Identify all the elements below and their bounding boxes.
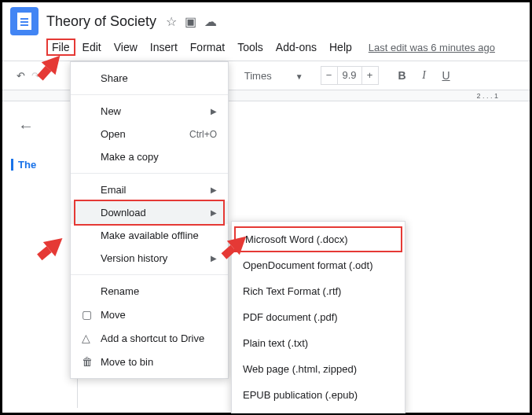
download-rtf[interactable]: Rich Text Format (.rtf) (232, 278, 405, 304)
menu-add-shortcut[interactable]: △Add a shortcut to Drive (71, 326, 228, 350)
outline-back-icon[interactable]: ← (18, 117, 69, 135)
menu-addons[interactable]: Add-ons (270, 39, 322, 56)
menu-help[interactable]: Help (324, 39, 358, 56)
document-title[interactable]: Theory of Society (46, 13, 156, 30)
google-docs-app: Theory of Society ☆ ▣ ☁ File Edit View I… (2, 2, 530, 413)
download-submenu: Microsoft Word (.docx) OpenDocument form… (231, 221, 405, 413)
menu-download[interactable]: Download▶ (71, 201, 228, 224)
menu-view[interactable]: View (108, 39, 143, 56)
title-area: Theory of Society ☆ ▣ ☁ (46, 13, 522, 30)
drive-shortcut-icon: △ (82, 332, 101, 344)
download-epub[interactable]: EPUB publication (.epub) (232, 382, 405, 408)
chevron-right-icon: ▶ (211, 254, 217, 263)
download-odt[interactable]: OpenDocument format (.odt) (232, 252, 405, 278)
separator (71, 94, 228, 95)
chevron-right-icon: ▶ (211, 107, 217, 116)
ruler-marks: 2 . . . 1 (476, 92, 498, 100)
menu-make-copy[interactable]: Make a copy (71, 145, 228, 168)
document-title-row: Theory of Society ☆ ▣ ☁ (46, 13, 522, 30)
bold-button[interactable]: B (394, 69, 410, 82)
docs-logo-icon[interactable] (10, 7, 39, 35)
star-icon[interactable]: ☆ (166, 14, 177, 29)
chevron-right-icon: ▶ (211, 185, 217, 194)
separator (71, 173, 228, 174)
menu-open[interactable]: OpenCtrl+O (71, 123, 228, 145)
undo-icon[interactable]: ↶ (17, 70, 25, 82)
folder-move-icon: ▢ (82, 308, 101, 321)
outline-panel: ← The (2, 101, 69, 408)
cloud-icon[interactable]: ☁ (204, 14, 217, 29)
italic-button[interactable]: I (416, 69, 432, 82)
file-menu-dropdown: Share New▶ OpenCtrl+O Make a copy Email▶… (70, 61, 229, 379)
menu-make-offline[interactable]: Make available offline (71, 224, 228, 247)
font-select[interactable]: Times▼ (244, 70, 303, 82)
menu-move[interactable]: ▢Move (71, 303, 228, 326)
menu-version-history[interactable]: Version history▶ (71, 247, 228, 270)
menu-rename[interactable]: Rename (71, 280, 228, 303)
move-icon[interactable]: ▣ (185, 14, 196, 29)
menubar: File Edit View Insert Format Tools Add-o… (2, 35, 530, 61)
menu-email[interactable]: Email▶ (71, 178, 228, 201)
download-docx[interactable]: Microsoft Word (.docx) (234, 226, 402, 252)
menu-share[interactable]: Share (71, 67, 228, 90)
menu-edit[interactable]: Edit (77, 39, 107, 56)
menu-move-to-bin[interactable]: 🗑Move to bin (71, 350, 228, 373)
download-pdf[interactable]: PDF document (.pdf) (232, 304, 405, 330)
trash-icon: 🗑 (82, 355, 101, 368)
shortcut-label: Ctrl+O (189, 129, 217, 140)
outline-heading[interactable]: The (11, 159, 69, 171)
chevron-right-icon: ▶ (211, 208, 217, 217)
font-size-increase[interactable]: + (362, 67, 378, 84)
underline-button[interactable]: U (438, 69, 454, 82)
separator (71, 274, 228, 275)
title-icons: ☆ ▣ ☁ (166, 14, 217, 29)
download-txt[interactable]: Plain text (.txt) (232, 330, 405, 356)
menu-tools[interactable]: Tools (232, 39, 269, 56)
last-edit-link[interactable]: Last edit was 6 minutes ago (369, 42, 495, 53)
menu-format[interactable]: Format (185, 39, 230, 56)
font-size-box: − 9.9 + (321, 66, 379, 85)
header: Theory of Society ☆ ▣ ☁ (2, 2, 530, 35)
font-size-value[interactable]: 9.9 (337, 67, 362, 84)
menu-new[interactable]: New▶ (71, 100, 228, 123)
font-size-decrease[interactable]: − (321, 67, 337, 84)
download-html[interactable]: Web page (.html, zipped) (232, 356, 405, 382)
menu-insert[interactable]: Insert (145, 39, 183, 56)
